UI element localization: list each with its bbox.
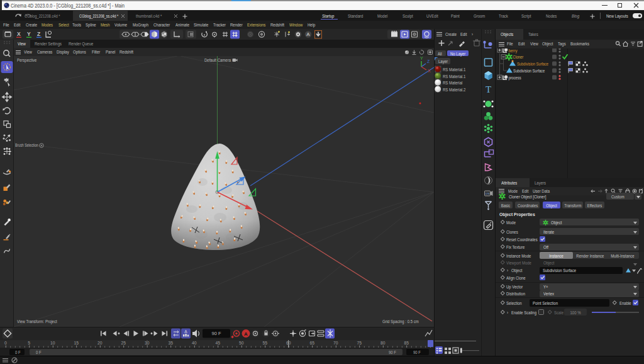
svg-text:X: X: [428, 69, 431, 73]
svg-text:10: 10: [50, 341, 55, 345]
svg-text:Y: Y: [420, 56, 423, 60]
svg-text:55: 55: [262, 341, 267, 345]
svg-text:Subdivision Surface: Subdivision Surface: [517, 61, 548, 67]
svg-text:35: 35: [168, 341, 173, 345]
svg-text:70: 70: [333, 341, 338, 345]
svg-text:173: 173: [486, 192, 490, 195]
svg-text:Subdivision Surface: Subdivision Surface: [513, 68, 545, 74]
svg-text:A: A: [306, 31, 310, 37]
svg-text:40: 40: [192, 341, 197, 345]
svg-text:85: 85: [404, 341, 409, 345]
svg-text:Z: Z: [37, 31, 40, 37]
svg-text:80: 80: [380, 341, 386, 345]
svg-text:0: 0: [4, 341, 7, 345]
svg-text:A: A: [244, 331, 248, 337]
svg-text:20: 20: [97, 341, 103, 345]
svg-text:90 F: 90 F: [211, 331, 221, 336]
svg-text:Cloner: Cloner: [513, 54, 523, 60]
svg-text:process: process: [509, 75, 521, 81]
svg-text:T: T: [486, 84, 491, 94]
svg-text:A: A: [184, 329, 187, 334]
svg-text:X: X: [17, 31, 21, 37]
svg-text:45: 45: [215, 341, 220, 345]
svg-text:5: 5: [28, 341, 30, 345]
svg-text:65: 65: [309, 341, 314, 345]
svg-text:15: 15: [74, 341, 79, 345]
svg-text:Y: Y: [27, 31, 31, 37]
svg-text:Z: Z: [427, 59, 430, 64]
svg-text:50: 50: [239, 341, 244, 345]
svg-text:25: 25: [121, 341, 126, 345]
svg-text:75: 75: [357, 341, 362, 345]
svg-text:berry: berry: [509, 48, 518, 54]
